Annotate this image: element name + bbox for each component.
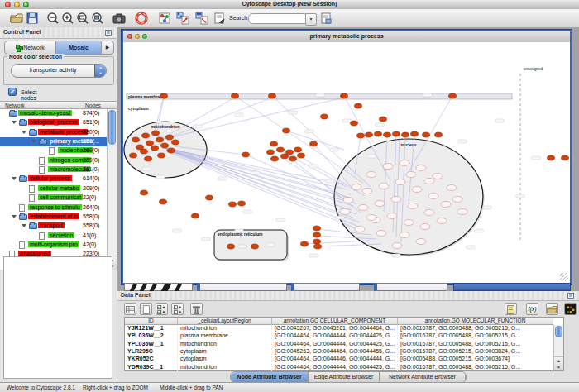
selected-gene-node[interactable] — [380, 117, 387, 122]
attribute-select-icon[interactable] — [124, 303, 136, 315]
search-go-button[interactable]: ▾ — [305, 13, 317, 26]
selected-gene-node[interactable] — [146, 141, 154, 146]
gene-node[interactable] — [343, 198, 353, 203]
selected-gene-node[interactable] — [160, 93, 168, 98]
table-cell[interactable]: [GO:0044464, GO:0044444, GO:0044425, G..… — [272, 332, 398, 340]
selected-gene-node[interactable] — [130, 153, 137, 158]
table-cell[interactable]: [GO:0045263, GO:0044464, GO:0044455, G..… — [272, 348, 398, 356]
table-cell[interactable]: [GO:0044464, GO:0044444, GO:0044425, G..… — [272, 364, 398, 371]
table-cell[interactable]: YKR052C — [125, 356, 178, 363]
search-input[interactable] — [248, 13, 309, 24]
tree-row[interactable]: primary metabo209(... — [0, 137, 117, 146]
table-cell[interactable]: [GO:0016787, GO:0005488, GO:0005215, G..… — [398, 325, 553, 332]
background-window-fragment[interactable] — [453, 283, 571, 291]
selected-gene-node[interactable] — [227, 244, 235, 249]
tree-scrollbar-thumb[interactable] — [108, 110, 116, 145]
table-column-header[interactable]: ID — [125, 318, 178, 325]
tree-row[interactable]: cellular process614(0) — [0, 174, 106, 184]
selected-gene-node[interactable] — [393, 131, 400, 136]
tree-scrollbar[interactable]: ▲▼ — [107, 109, 117, 270]
tree-row[interactable]: establishment of lo558(0) — [0, 213, 106, 222]
selected-gene-node[interactable] — [242, 152, 250, 157]
gene-node[interactable] — [366, 172, 376, 178]
table-cell[interactable]: [GO:0044464, GO:0044446, GO:0044444, G..… — [272, 356, 398, 363]
gene-node[interactable] — [412, 187, 422, 193]
table-cell[interactable]: [GO:0016787, GO:0005488, GO:0005215, G..… — [398, 332, 553, 340]
gene-node[interactable] — [406, 172, 416, 178]
selected-gene-node[interactable] — [232, 93, 239, 98]
selected-gene-node[interactable] — [168, 148, 175, 153]
selected-gene-node[interactable] — [301, 241, 309, 246]
selected-gene-node[interactable] — [435, 132, 443, 137]
selected-gene-node[interactable] — [341, 93, 348, 98]
selected-gene-node[interactable] — [142, 133, 150, 138]
table-cell[interactable]: cytoplasm — [178, 356, 272, 363]
selected-gene-node[interactable] — [449, 93, 457, 98]
gene-node[interactable] — [420, 224, 430, 230]
selected-gene-node[interactable] — [314, 244, 322, 249]
gene-node[interactable] — [400, 160, 409, 166]
node-color-dropdown[interactable]: transporter activity ▲▼ — [11, 64, 107, 78]
gene-node[interactable] — [433, 174, 443, 179]
selected-gene-node[interactable] — [351, 121, 358, 126]
tree-row[interactable]: nitrogen compo209(0) — [0, 156, 106, 165]
selected-gene-node[interactable] — [313, 232, 321, 237]
selected-gene-node[interactable] — [313, 239, 321, 244]
tree-row-label[interactable]: cellular process — [28, 175, 72, 181]
search-index-icon[interactable] — [319, 12, 333, 25]
selected-gene-node[interactable] — [141, 149, 148, 154]
table-column-header[interactable]: annotation.GO CELLULAR_COMPONENT — [272, 318, 398, 325]
tab-mosaic[interactable]: Mosaic — [56, 41, 102, 54]
background-window-fragment[interactable] — [374, 283, 447, 291]
selected-gene-node[interactable] — [277, 147, 285, 152]
gene-node[interactable] — [387, 213, 397, 219]
selected-gene-node[interactable] — [375, 131, 382, 136]
select-nodes-checkbox[interactable]: ✓ — [8, 88, 17, 96]
tree-row[interactable]: cell communicat22(0) — [0, 194, 106, 203]
table-scrollbar-thumb[interactable] — [555, 326, 562, 337]
vizmapper-icon[interactable] — [158, 12, 171, 25]
background-window-fragment[interactable] — [124, 283, 193, 291]
matrix-icon[interactable] — [564, 303, 577, 315]
selected-gene-node[interactable] — [156, 137, 164, 142]
zoom-in-icon[interactable] — [61, 12, 74, 25]
selected-gene-node[interactable] — [411, 131, 419, 136]
gene-node[interactable] — [376, 231, 386, 237]
tree-row[interactable]: cellular metabo209(0) — [0, 184, 106, 194]
tree-row[interactable]: macromolecule311(0) — [0, 165, 106, 174]
notes-icon[interactable] — [505, 303, 517, 315]
table-cell[interactable]: YJR121W__1 — [125, 325, 178, 332]
zoom-fit-icon[interactable] — [76, 12, 89, 25]
gene-node[interactable] — [400, 232, 409, 238]
select-all-attributes-icon[interactable] — [156, 303, 168, 315]
tree-row-label[interactable]: biological_process — [28, 119, 79, 125]
selected-gene-node[interactable] — [269, 93, 276, 98]
selected-gene-node[interactable] — [310, 141, 318, 146]
tree-row-label[interactable]: secretion — [48, 232, 74, 238]
delete-attribute-icon[interactable] — [190, 303, 203, 315]
tree-row-label[interactable]: mosaic-demo-yeast — [18, 110, 72, 116]
gene-node[interactable] — [457, 209, 467, 215]
tree-row-label[interactable]: multi-organism pro — [28, 241, 79, 247]
tree-row[interactable]: mosaic-demo-yeast874(0) — [0, 109, 106, 118]
tree-row-label[interactable]: transport — [38, 222, 65, 228]
table-cell[interactable]: mitochondrion — [178, 364, 272, 371]
selected-gene-node[interactable] — [229, 202, 237, 207]
table-column-header[interactable]: annotation.GO MOLECULAR_FUNCTION — [398, 318, 553, 325]
gene-node[interactable] — [395, 179, 405, 185]
expand-arrow-icon[interactable] — [12, 215, 17, 218]
snapshot-icon[interactable] — [112, 12, 126, 25]
edit-network-icon-1[interactable] — [176, 12, 189, 25]
tree-row[interactable]: multi-organism pro42(0) — [0, 241, 106, 250]
table-column-header[interactable]: _cellularLayoutRegion — [178, 318, 272, 325]
tab-overflow-arrow[interactable]: ▶ — [102, 41, 113, 54]
selected-gene-node[interactable] — [384, 132, 391, 137]
expand-arrow-icon[interactable] — [22, 131, 26, 134]
selected-gene-node[interactable] — [290, 156, 297, 161]
selected-gene-node[interactable] — [294, 147, 302, 152]
gene-node[interactable] — [437, 218, 447, 224]
gene-node[interactable] — [366, 215, 376, 221]
selected-gene-node[interactable] — [238, 201, 246, 206]
expand-arrow-icon[interactable] — [12, 121, 17, 124]
selected-gene-node[interactable] — [172, 140, 179, 145]
